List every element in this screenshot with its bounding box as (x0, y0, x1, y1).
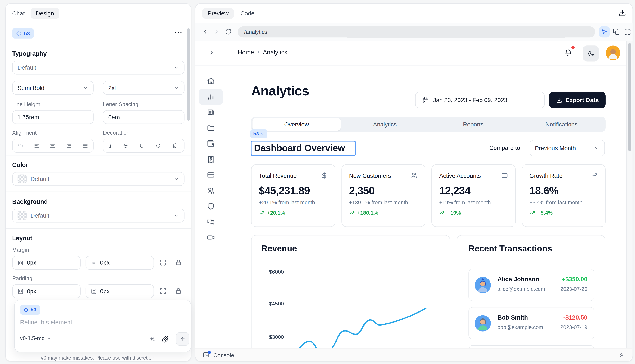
padding-expand-icon[interactable] (159, 288, 166, 294)
back-icon[interactable] (202, 28, 208, 35)
letter-spacing-label: Letter Spacing (103, 101, 139, 108)
transaction-row-partial[interactable] (468, 345, 594, 348)
console-bar[interactable]: Console (195, 348, 632, 361)
rail-wallet-icon[interactable] (207, 140, 215, 155)
compare-select[interactable]: Previous Month (530, 140, 605, 156)
line-height-input[interactable]: 1.75rem (12, 110, 94, 124)
tab-preview[interactable]: Preview (202, 8, 234, 18)
breadcrumb: Home / Analytics (238, 49, 287, 56)
selected-element-chip[interactable]: h3 (12, 28, 34, 39)
margin-label: Margin (12, 247, 29, 253)
stat-value: $45,231.89 (259, 184, 328, 197)
chevrons-up-icon[interactable] (619, 352, 625, 358)
date-range-picker[interactable]: Jan 20, 2023 - Feb 09, 2023 (415, 92, 545, 108)
align-right-icon[interactable] (66, 142, 72, 149)
browser-nav-bar: /analytics (195, 23, 633, 41)
tab-code[interactable]: Code (240, 10, 254, 16)
copy-pages-icon[interactable] (613, 28, 620, 35)
background-select[interactable]: Default (12, 209, 184, 222)
users-icon (411, 172, 418, 179)
chevron-down-icon (83, 85, 88, 91)
selected-heading-outline[interactable]: Dashboard Overview (251, 141, 356, 156)
rail-video-icon[interactable] (207, 234, 215, 249)
tab-reports[interactable]: Reports (429, 117, 517, 132)
avatar[interactable] (606, 46, 620, 60)
section-title: Dashboard Overview (254, 143, 345, 154)
tab-analytics[interactable]: Analytics (341, 117, 429, 132)
margin-lock-icon[interactable] (175, 259, 182, 266)
transaction-row[interactable]: Alice Johnson alice@example.com +$350.00… (468, 269, 594, 301)
font-weight-select[interactable]: Semi Bold (12, 81, 94, 95)
tab-overview[interactable]: Overview (252, 118, 341, 130)
v0-workspace: Chat Design h3 ⋯ Typography Default Semi… (0, 0, 635, 364)
dark-mode-toggle[interactable] (583, 46, 599, 61)
stat-title: Total Revenue (259, 172, 296, 178)
left-panel-scrollbar[interactable] (187, 28, 190, 121)
tab-chat[interactable]: Chat (12, 10, 25, 17)
overline-icon[interactable]: O (156, 142, 161, 149)
export-data-button[interactable]: Export Data (549, 92, 606, 108)
selection-tag-chip[interactable]: h3 (250, 129, 267, 138)
stat-sub: +180.1% from last month (349, 199, 418, 206)
align-justify-icon[interactable] (82, 142, 88, 149)
preview-scrollbar-track[interactable] (626, 40, 632, 348)
disclaimer-text: v0 may make mistakes. Please use with di… (6, 355, 191, 361)
alignment-label: Alignment (12, 130, 37, 136)
fullscreen-icon[interactable] (624, 28, 631, 35)
breadcrumb-current: Analytics (263, 49, 287, 56)
font-family-select[interactable]: Default (12, 61, 184, 74)
composer-element-chip[interactable]: h3 (20, 305, 40, 315)
tab-notifications[interactable]: Notifications (517, 117, 606, 132)
underline-icon[interactable]: U (140, 142, 144, 149)
paperclip-icon[interactable] (162, 336, 169, 343)
strikethrough-icon[interactable]: S (124, 142, 127, 149)
align-left-icon[interactable] (34, 142, 40, 149)
align-center-icon[interactable] (50, 142, 56, 149)
bell-icon[interactable] (564, 49, 572, 57)
url-bar[interactable]: /analytics (238, 26, 595, 38)
padding-lock-icon[interactable] (175, 288, 182, 294)
rail-analytics-icon[interactable] (207, 92, 215, 108)
trend-up-icon (259, 210, 265, 216)
tab-design[interactable]: Design (30, 8, 59, 19)
margin-expand-icon[interactable] (159, 259, 166, 266)
rail-folder-icon[interactable] (207, 124, 215, 140)
sidebar-expand-icon[interactable] (208, 50, 215, 56)
page-title: Analytics (251, 83, 309, 99)
transaction-row[interactable]: Bob Smith bob@example.com -$120.50 2023-… (468, 307, 594, 339)
transaction-email: alice@example.com (498, 286, 545, 292)
refresh-icon[interactable] (225, 28, 231, 35)
italic-icon[interactable]: I (110, 142, 111, 149)
more-options-button[interactable]: ⋯ (174, 27, 183, 37)
undo-icon[interactable] (18, 142, 24, 149)
margin-y-input[interactable]: 0px (86, 256, 154, 270)
rail-receipt-icon[interactable] (207, 155, 215, 171)
color-section-title: Color (12, 162, 28, 168)
sparkles-icon[interactable] (149, 336, 156, 343)
no-decoration-icon[interactable]: ∅ (173, 142, 178, 149)
arrow-up-icon (179, 336, 186, 342)
padding-y-input[interactable]: 0px (86, 284, 154, 298)
select-element-button[interactable] (599, 26, 610, 38)
rail-messages-icon[interactable] (207, 218, 215, 234)
rail-home-icon[interactable] (207, 77, 215, 92)
margin-x-input[interactable]: 0px (12, 256, 81, 270)
download-icon[interactable] (619, 10, 626, 17)
layout-section-title: Layout (12, 235, 32, 242)
font-size-select[interactable]: 2xl (103, 81, 184, 95)
rail-users-icon[interactable] (207, 186, 215, 202)
stat-card-active-accounts: Active Accounts 12,234 +19% from last mo… (431, 164, 515, 227)
rail-shield-icon[interactable] (207, 202, 215, 218)
rail-credit-card-icon[interactable] (207, 171, 215, 186)
color-select[interactable]: Default (12, 172, 184, 186)
stat-title: Growth Rate (529, 172, 562, 178)
preview-scrollbar-thumb[interactable] (628, 43, 631, 151)
breadcrumb-home[interactable]: Home (238, 49, 254, 56)
submit-button[interactable] (176, 332, 189, 346)
model-select[interactable]: v0-1.5-md (20, 335, 52, 341)
rail-news-icon[interactable] (207, 108, 215, 124)
letter-spacing-input[interactable]: 0em (103, 110, 184, 124)
refine-input[interactable]: Refine this element… (20, 319, 78, 326)
padding-x-input[interactable]: 0px (12, 284, 81, 298)
forward-icon[interactable] (213, 28, 220, 35)
